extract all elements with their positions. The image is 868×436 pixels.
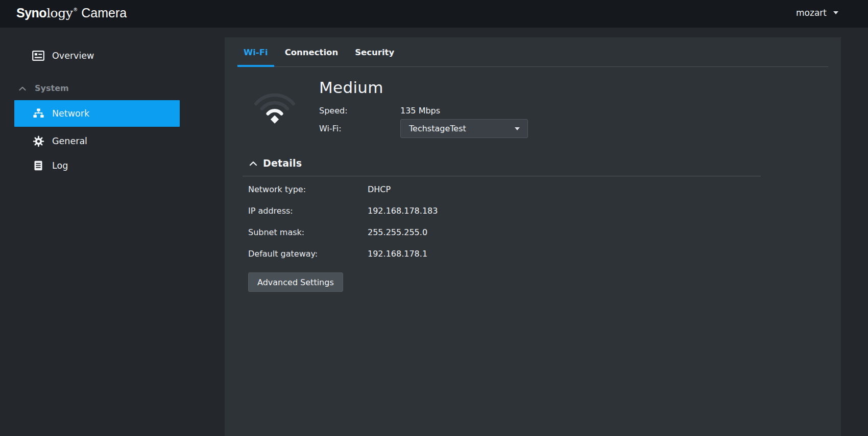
sidebar-item-general[interactable]: General [0,129,225,153]
detail-value: DHCP [368,185,391,194]
chevron-up-icon [249,158,257,168]
speed-value: 135 Mbps [400,106,440,116]
sidebar: Overview System [0,28,225,436]
sidebar-section-gap [0,67,225,78]
sidebar-item-log[interactable]: Log [0,153,225,178]
sidebar-item-label: Network [52,108,89,119]
dashboard-card-icon [32,51,44,61]
details-header[interactable]: Details [249,156,828,170]
detail-rows: Network type: DHCP IP address: 192.168.1… [248,178,828,264]
signal-quality-heading: Medium [319,77,528,98]
topbar: Synology® Camera mozart [0,0,868,28]
detail-row-network-type: Network type: DHCP [248,178,828,200]
sidebar-item-network[interactable]: Network [14,100,180,127]
logo-product-name: Camera [81,6,127,20]
wifi-ssid-row: Wi-Fi: TechstageTest [319,119,528,138]
wifi-label: Wi-Fi: [319,124,400,133]
username: mozart [796,8,827,18]
sidebar-item-label: General [52,136,87,146]
detail-value: 255.255.255.0 [368,227,427,237]
detail-row-ip-address: IP address: 192.168.178.183 [248,200,828,221]
tab-connection[interactable]: Connection [279,37,345,67]
sidebar-item-label: Overview [52,51,94,61]
signal-info: Medium Speed: 135 Mbps Wi-Fi: TechstageT… [319,77,528,138]
tab-wifi[interactable]: Wi-Fi [237,37,274,67]
document-list-icon [32,160,44,171]
chevron-down-icon [515,127,520,130]
sidebar-section-system[interactable]: System [0,78,225,98]
logo-text-serif: logy [46,6,73,20]
sitemap-icon [32,108,44,119]
logo-text-bold: Syno [16,6,46,20]
detail-label: Subnet mask: [248,227,368,237]
detail-label: Default gateway: [248,249,368,259]
detail-label: Network type: [248,185,368,194]
speed-label: Speed: [319,106,400,116]
wifi-signal-medium-icon [250,77,299,138]
details-title: Details [263,157,302,169]
detail-value: 192.168.178.183 [368,206,438,216]
sidebar-item-overview[interactable]: Overview [0,44,225,67]
detail-label: IP address: [248,206,368,216]
ssid-select[interactable]: TechstageTest [400,119,528,138]
detail-value: 192.168.178.1 [368,249,427,259]
detail-row-default-gateway: Default gateway: 192.168.178.1 [248,243,828,264]
wifi-tab-content: Medium Speed: 135 Mbps Wi-Fi: TechstageT… [225,67,841,292]
sidebar-section-label: System [35,83,69,93]
details-section: Details Network type: DHCP IP address: 1… [248,156,828,292]
registered-mark: ® [73,7,78,12]
tab-security[interactable]: Security [349,37,400,67]
app-logo: Synology® Camera [16,6,127,20]
chevron-down-icon [833,11,838,14]
network-settings-panel: Wi-Fi Connection Security Medium Sp [225,37,841,436]
app-body: Overview System [0,28,868,436]
details-divider [243,176,761,176]
chevron-up-icon [19,83,26,93]
gear-icon [32,135,44,147]
user-menu[interactable]: mozart [796,8,838,18]
tabbar: Wi-Fi Connection Security [237,37,828,67]
speed-row: Speed: 135 Mbps [319,103,528,118]
sidebar-item-label: Log [52,160,68,171]
ssid-selected-value: TechstageTest [409,124,466,133]
advanced-settings-button[interactable]: Advanced Settings [248,272,343,292]
detail-row-subnet-mask: Subnet mask: 255.255.255.0 [248,221,828,243]
signal-header: Medium Speed: 135 Mbps Wi-Fi: TechstageT… [250,77,828,138]
